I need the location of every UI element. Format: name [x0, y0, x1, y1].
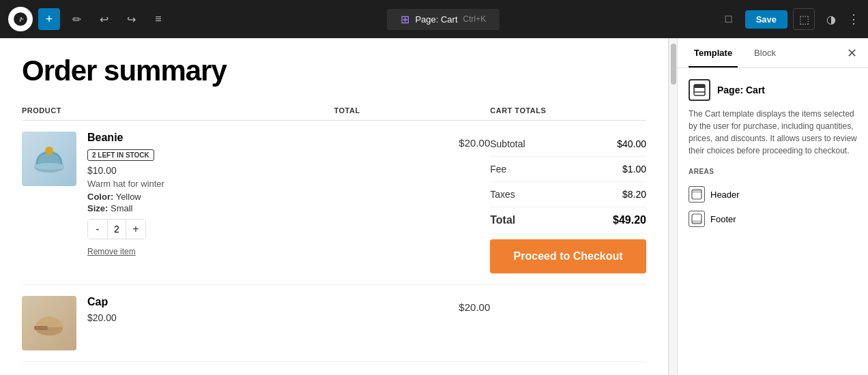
- table-row: Cap $20.00 $20.00: [22, 285, 646, 362]
- save-button[interactable]: Save: [745, 10, 787, 29]
- preview-button[interactable]: □: [718, 8, 740, 30]
- checkout-button[interactable]: Proceed to Checkout: [490, 239, 646, 273]
- quantity-input[interactable]: [107, 220, 126, 239]
- product-total: $20.00: [334, 121, 491, 285]
- keyboard-shortcut: Ctrl+K: [463, 14, 487, 24]
- product-cell: Beanie 2 LEFT IN STOCK $10.00 Warm hat f…: [22, 132, 334, 257]
- header-area-label: Header: [710, 190, 740, 200]
- svg-text:W: W: [17, 16, 24, 23]
- svg-point-3: [45, 147, 53, 155]
- main-container: Order summary PRODUCT TOTAL CART TOTALS: [0, 38, 868, 375]
- contrast-toggle-button[interactable]: ◑: [820, 8, 842, 30]
- decrease-quantity-button[interactable]: -: [88, 220, 107, 239]
- subtotal-value: $40.00: [617, 138, 646, 149]
- wordpress-logo[interactable]: W: [8, 7, 33, 31]
- panel-description: The Cart template displays the items sel…: [689, 108, 857, 157]
- product-info: Beanie 2 LEFT IN STOCK $10.00 Warm hat f…: [87, 132, 334, 257]
- total-row: Total $49.20: [490, 207, 646, 234]
- options-button[interactable]: ⋮: [848, 12, 860, 27]
- tab-template[interactable]: Template: [689, 38, 738, 68]
- quantity-control: - +: [87, 219, 146, 239]
- footer-area-icon: [689, 211, 705, 227]
- column-total: TOTAL: [334, 101, 491, 121]
- panel-areas-label: AREAS: [689, 168, 857, 175]
- svg-point-5: [34, 163, 64, 170]
- page-icon: ⊞: [401, 13, 409, 26]
- increase-quantity-button[interactable]: +: [126, 220, 145, 239]
- cart-table: PRODUCT TOTAL CART TOTALS: [22, 101, 646, 362]
- redo-icon: ↪: [127, 13, 136, 26]
- product-total-cap: $20.00: [334, 285, 491, 362]
- svg-rect-7: [34, 326, 48, 330]
- total-label: Total: [490, 214, 515, 226]
- fee-value: $1.00: [622, 164, 646, 175]
- panel-page-title: Page: Cart: [717, 85, 765, 95]
- redo-button[interactable]: ↪: [120, 8, 142, 30]
- toolbar: W + ✏ ↩ ↪ ≡ ⊞ Page: Cart Ctrl+K □ Save ⬚…: [0, 0, 868, 38]
- list-icon: ≡: [155, 13, 161, 25]
- product-name: Beanie: [87, 132, 334, 144]
- product-image-beanie: [22, 132, 76, 186]
- remove-item-button[interactable]: Remove item: [87, 247, 136, 256]
- toolbar-center: ⊞ Page: Cart Ctrl+K: [175, 9, 712, 30]
- product-image-cap: [22, 296, 76, 350]
- product-description: Warm hat for winter: [87, 179, 334, 189]
- fee-row: Fee $1.00: [490, 157, 646, 182]
- page-label: Page: Cart: [415, 14, 457, 25]
- product-cell-cap: Cap $20.00: [22, 296, 334, 350]
- undo-button[interactable]: ↩: [93, 8, 115, 30]
- editor-toggle-button[interactable]: ⬚: [793, 8, 815, 30]
- contrast-icon: ◑: [826, 13, 836, 26]
- table-row: Beanie 2 LEFT IN STOCK $10.00 Warm hat f…: [22, 121, 646, 285]
- scrollbar-thumb[interactable]: [671, 44, 676, 85]
- panel-area-header[interactable]: Header: [689, 182, 857, 207]
- svg-rect-10: [694, 85, 705, 88]
- right-panel: Template Block ✕ Page: Cart The Cart tem…: [677, 38, 868, 375]
- panel-area-footer[interactable]: Footer: [689, 207, 857, 231]
- column-cart-totals: CART TOTALS: [490, 101, 646, 121]
- product-size: Size: Small: [87, 203, 334, 213]
- ellipsis-icon: ⋮: [848, 12, 860, 26]
- panel-page-icon: [689, 79, 710, 101]
- add-block-button[interactable]: +: [38, 8, 60, 30]
- panel-page-header: Page: Cart: [689, 79, 857, 101]
- content-with-scrollbar: Order summary PRODUCT TOTAL CART TOTALS: [0, 38, 677, 375]
- product-price-cap: $20.00: [87, 312, 334, 323]
- product-name-cap: Cap: [87, 296, 334, 308]
- panel-content: Page: Cart The Cart template displays th…: [678, 68, 868, 375]
- header-area-icon: [689, 186, 705, 202]
- footer-area-label: Footer: [710, 214, 736, 224]
- panel-close-button[interactable]: ✕: [847, 46, 857, 61]
- stock-badge: 2 LEFT IN STOCK: [87, 149, 154, 161]
- fee-label: Fee: [490, 164, 506, 175]
- taxes-label: Taxes: [490, 189, 515, 200]
- total-value: $49.20: [613, 214, 646, 226]
- product-color: Color: Yellow: [87, 192, 334, 202]
- taxes-value: $8.20: [622, 189, 646, 200]
- product-info-cap: Cap $20.00: [87, 296, 334, 326]
- sidebar-icon: ⬚: [799, 13, 809, 26]
- product-price: $10.00: [87, 165, 334, 176]
- vertical-scrollbar[interactable]: [669, 38, 677, 375]
- document-overview-button[interactable]: ≡: [147, 8, 169, 30]
- subtotal-label: Subtotal: [490, 138, 525, 149]
- column-product: PRODUCT: [22, 101, 334, 121]
- toolbar-right: □ Save ⬚ ◑ ⋮: [718, 8, 860, 30]
- panel-tabs: Template Block ✕: [678, 38, 868, 68]
- cart-totals-block: Subtotal $40.00 Fee $1.00 Taxes $8.20: [490, 132, 646, 273]
- order-title: Order summary: [22, 55, 646, 87]
- content-area: Order summary PRODUCT TOTAL CART TOTALS: [0, 38, 669, 375]
- undo-icon: ↩: [100, 13, 108, 26]
- tab-block[interactable]: Block: [749, 38, 781, 68]
- page-indicator[interactable]: ⊞ Page: Cart Ctrl+K: [387, 9, 500, 30]
- tools-button[interactable]: ✏: [66, 8, 87, 30]
- svg-rect-13: [692, 190, 701, 193]
- subtotal-row: Subtotal $40.00: [490, 132, 646, 157]
- taxes-row: Taxes $8.20: [490, 182, 646, 207]
- svg-rect-15: [692, 220, 701, 224]
- pencil-icon: ✏: [72, 13, 81, 26]
- desktop-icon: □: [725, 13, 732, 25]
